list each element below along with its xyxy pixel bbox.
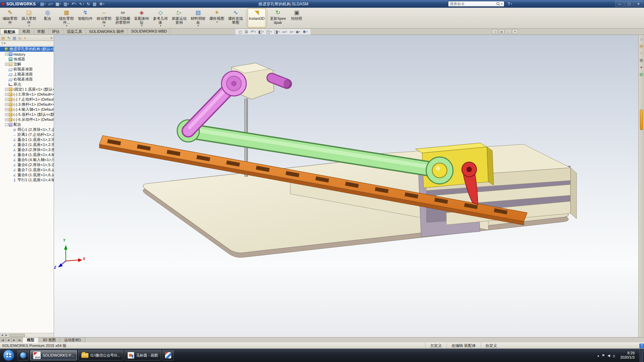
tree-item[interactable]: +注解 xyxy=(0,62,54,67)
tree-expand-toggle[interactable]: + xyxy=(5,63,8,66)
new-motion-study-button[interactable]: ▷新建运动算例 xyxy=(170,8,189,28)
search-dropdown-icon[interactable]: ▾ xyxy=(501,3,502,5)
new-document-button[interactable]: ▤▾ xyxy=(39,1,47,7)
scroll-left-icon[interactable]: ◀ xyxy=(0,333,4,337)
tab-solidworks-mbd[interactable]: SOLIDWORKS MBD xyxy=(128,29,171,35)
collapse-pane-button[interactable]: ◁ xyxy=(492,29,498,34)
file-properties-button[interactable]: ▧ xyxy=(92,1,97,7)
network-icon[interactable]: ⣶ xyxy=(613,354,615,357)
sheet-nav-button[interactable]: ◀ xyxy=(6,338,11,343)
model-tab[interactable]: 模型 xyxy=(23,338,39,343)
zoom-fit-button[interactable]: ◻ xyxy=(239,30,242,34)
propertymanager-tab-icon[interactable]: ✎ xyxy=(7,36,10,40)
pane-window-button[interactable]: ▢ xyxy=(505,29,511,34)
custom-properties-icon[interactable]: ▧ xyxy=(640,72,643,76)
tree-item[interactable]: 前视基准面 xyxy=(0,67,54,72)
feature-tree-hscrollbar[interactable]: ◀ ▶ xyxy=(0,333,54,337)
instant3d-button[interactable]: ◥Instant3D xyxy=(247,8,266,28)
tree-expand-toggle[interactable]: + xyxy=(5,53,8,56)
assembly-features-button[interactable]: ◈装配体特征▾ xyxy=(132,8,151,28)
scrollbar-thumb[interactable] xyxy=(9,334,25,337)
part-crank[interactable] xyxy=(188,71,246,131)
move-component-button[interactable]: ⇔移动零部件▾ xyxy=(95,8,113,28)
take-snapshot-button[interactable]: ▣拍快照 xyxy=(287,8,306,28)
tree-expand-toggle[interactable]: + xyxy=(5,93,8,96)
tree-item[interactable]: 上视基准面 xyxy=(0,72,54,77)
start-button[interactable] xyxy=(3,350,14,361)
update-speedpak-button[interactable]: ↻更新Speedpak xyxy=(268,8,287,28)
part-input-shaft[interactable] xyxy=(271,78,290,88)
viewport-3d[interactable]: Y X Z xyxy=(54,35,638,337)
task-pane-marker[interactable] xyxy=(640,109,643,130)
volume-icon[interactable]: ◀ xyxy=(607,354,610,357)
sheet-nav-button[interactable]: ▶ xyxy=(11,338,17,343)
sheet-nav-button[interactable]: |◀ xyxy=(0,338,6,343)
smart-fasteners-button[interactable]: ↯智能扣件 xyxy=(76,8,95,28)
taskbar-clock[interactable]: 8:29 2020/1/3 xyxy=(618,351,637,360)
minimize-button[interactable]: — xyxy=(615,1,624,7)
options-button[interactable]: ⚙▾ xyxy=(98,1,105,7)
tree-item[interactable]: -配合 xyxy=(0,122,54,127)
tree-item[interactable]: 推进穿孔带的机构 (默认<默认... xyxy=(0,47,54,52)
reference-geometry-button[interactable]: ◇参考几何体▾ xyxy=(151,8,170,28)
tree-expand-toggle[interactable]: + xyxy=(5,118,8,121)
tree-item[interactable]: ↔距离1 (7.止动杆<1>,2.滑... xyxy=(0,132,54,137)
tree-item[interactable]: ∠重合1 (1.底座<1>,2.滑块... xyxy=(0,137,54,142)
tree-expand-toggle[interactable]: + xyxy=(5,113,8,116)
pane-list-button[interactable]: ▤ xyxy=(499,29,504,34)
statusbar-help-icon[interactable]: ? xyxy=(639,344,644,348)
tree-item[interactable]: +(-) 4.输入轴<1> (Default<... xyxy=(0,107,54,112)
pane-close-button[interactable]: ✕ xyxy=(512,29,518,34)
tree-item[interactable]: +(-) 7.止动杆<1> (Default<... xyxy=(0,97,54,102)
tree-item[interactable]: +History xyxy=(0,52,54,57)
save-button[interactable]: ▦▾ xyxy=(54,1,62,7)
tab-solidworks-addins[interactable]: SOLIDWORKS 插件 xyxy=(86,29,128,35)
appearances-scenes-icon[interactable]: ● xyxy=(640,65,643,69)
featuremanager-tab-icon[interactable]: ▤ xyxy=(1,36,5,40)
tab-evaluate[interactable]: 评估 xyxy=(49,29,63,35)
view-settings-button[interactable]: ✱▾ xyxy=(303,30,308,34)
rebuild-button[interactable]: ↻ xyxy=(86,1,91,7)
displaymanager-tab-icon[interactable]: ◑ xyxy=(24,36,26,40)
model-tab[interactable]: 运动算例1 xyxy=(60,338,85,343)
apply-scene-button[interactable]: ◙▾ xyxy=(296,30,300,34)
exploded-view-button[interactable]: ✶爆炸视图▾ xyxy=(207,8,226,28)
explode-line-sketch-button[interactable]: ∿爆炸直线草图 xyxy=(226,8,245,28)
help-button[interactable]: ? ▾ xyxy=(508,2,512,6)
previous-view-button[interactable]: ↶▾ xyxy=(251,30,256,34)
action-center-icon[interactable]: ⚑ xyxy=(602,354,605,357)
close-button[interactable]: ✕ xyxy=(634,1,643,7)
tree-expand-toggle[interactable]: + xyxy=(5,108,8,111)
bill-of-materials-button[interactable]: ▤材料明细表▾ xyxy=(189,8,207,28)
tree-item[interactable]: +(-) 3.推杆<1> (Default<<D... xyxy=(0,102,54,107)
configurationmanager-tab-icon[interactable]: ▥ xyxy=(13,36,16,40)
tree-item[interactable]: ◎同心1 (2.滑块<1>,7.止动... xyxy=(0,127,54,132)
tree-item[interactable]: ∠重合7 (1.底座<1>,6.从动... xyxy=(0,167,54,172)
tree-item[interactable]: ∠重合6 (2.滑块<1>,5.连杆... xyxy=(0,162,54,167)
tree-expand-toggle[interactable]: + xyxy=(5,98,8,101)
tab-assembly[interactable]: 装配体 xyxy=(0,29,19,35)
dimxpertmanager-tab-icon[interactable]: ◇ xyxy=(18,36,21,40)
hidden-icons-icon[interactable]: ▴ xyxy=(597,354,599,357)
maximize-button[interactable]: ▢ xyxy=(625,1,634,7)
design-library-icon[interactable]: ▤ xyxy=(640,44,643,48)
view-orientation-button[interactable]: ◰▾ xyxy=(266,30,271,34)
model-tab[interactable]: 3D 视图 xyxy=(39,338,60,343)
tree-item[interactable]: ∠重合8 (1.底座<1>,6.从动... xyxy=(0,172,54,177)
tree-item[interactable]: 右视基准面 xyxy=(0,77,54,82)
display-style-button[interactable]: ◨▾ xyxy=(274,30,280,34)
tab-layout[interactable]: 布局 xyxy=(19,29,34,35)
edit-component-button[interactable]: ✎编辑零部件 xyxy=(1,8,19,28)
view-palette-icon[interactable]: ▦ xyxy=(640,58,643,62)
tab-render-tools[interactable]: 渲染工具 xyxy=(63,29,86,35)
explorer-folder-taskbar-button[interactable]: G:\微信公众号\0... xyxy=(78,350,123,360)
paint-taskbar-button[interactable]: 无标题 - 画图 xyxy=(125,350,161,360)
tab-sketch[interactable]: 草图 xyxy=(34,29,49,35)
insert-components-button[interactable]: ◲插入零部件▾ xyxy=(19,8,38,28)
edit-appearance-button[interactable]: ◑▾ xyxy=(289,30,293,34)
browser-taskbar-button[interactable] xyxy=(17,350,29,360)
print-button[interactable]: ▥▾ xyxy=(62,1,70,7)
linear-component-pattern-button[interactable]: ▦线性零部件...▾ xyxy=(57,8,76,28)
feature-tree-filter[interactable]: ▽ ▾ xyxy=(0,41,54,46)
tree-item[interactable]: ∠重合2 (1.底座<1>,2.滑块... xyxy=(0,142,54,147)
